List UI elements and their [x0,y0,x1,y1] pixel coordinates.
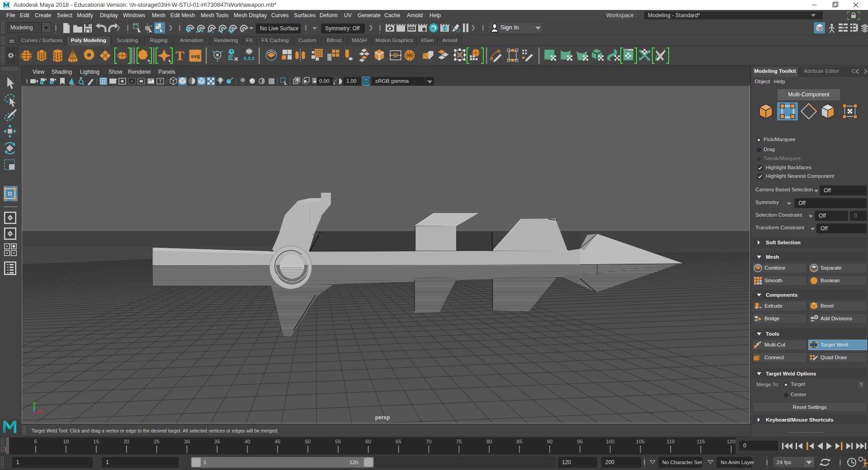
svg-text:70: 70 [426,439,432,444]
svg-text:45: 45 [275,439,281,444]
svg-text:95: 95 [577,439,583,444]
svg-text:T: T [175,48,184,63]
svg-text:60: 60 [365,439,371,444]
svg-text:55: 55 [335,439,341,444]
svg-text:IPR: IPR [409,27,414,30]
svg-text:25: 25 [154,439,160,444]
svg-text:0,0,0: 0,0,0 [244,56,255,61]
svg-text:115: 115 [697,439,705,444]
svg-text:svg: svg [191,53,200,59]
svg-text:120: 120 [726,439,735,444]
svg-text:105: 105 [636,439,645,444]
svg-text:75: 75 [456,439,462,444]
svg-text:5: 5 [34,439,37,444]
svg-text:40: 40 [245,439,250,444]
svg-text:35: 35 [214,439,220,444]
svg-text:30: 30 [184,439,190,444]
svg-text:80: 80 [486,439,492,444]
svg-text:100: 100 [606,439,614,444]
svg-text:10: 10 [63,439,69,444]
svg-text:ON: ON [364,80,368,83]
svg-text:50: 50 [305,439,311,444]
svg-text:20: 20 [123,439,129,444]
svg-text:15: 15 [93,439,99,444]
svg-text:90: 90 [547,439,552,444]
svg-text:85: 85 [517,439,523,444]
svg-text:T: T [159,79,162,84]
svg-text:110: 110 [666,439,675,444]
svg-text:65: 65 [396,439,401,444]
